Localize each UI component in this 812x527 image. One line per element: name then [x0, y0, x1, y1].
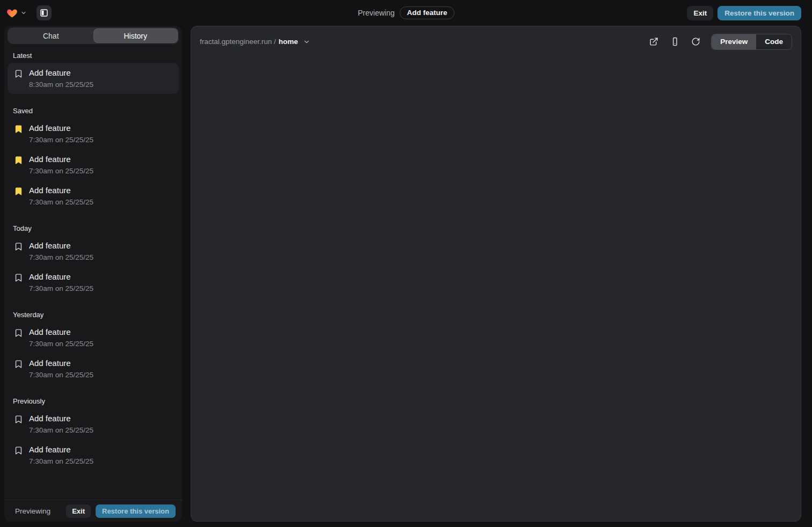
footer-previewing-label: Previewing [15, 507, 50, 515]
history-item[interactable]: Add feature 7:30am on 25/25/25 [8, 118, 179, 149]
history-item-time: 7:30am on 25/25/25 [29, 198, 93, 206]
history-item-title: Add feature [29, 358, 93, 368]
history-item-time: 7:30am on 25/25/25 [29, 340, 93, 348]
bookmark-icon [14, 328, 23, 338]
history-item-time: 7:30am on 25/25/25 [29, 167, 93, 175]
history-item[interactable]: Add feature 7:30am on 25/25/25 [8, 236, 179, 267]
panel-left-icon [40, 9, 48, 17]
section-title: Today [13, 224, 179, 232]
bookmark-filled-icon [14, 187, 23, 196]
refresh-icon [691, 37, 700, 46]
history-item[interactable]: Add feature 8:30am on 25/25/25 [8, 63, 179, 94]
bookmark-icon [14, 273, 23, 282]
history-item[interactable]: Add feature 7:30am on 25/25/25 [8, 149, 179, 180]
history-sidebar: ChatHistory Latest Add feature 8:30am on… [4, 26, 182, 522]
preview-content[interactable] [191, 50, 801, 516]
history-item-time: 8:30am on 25/25/25 [29, 80, 93, 89]
url-domain: fractal.gptengineer.run / [200, 38, 276, 46]
history-item[interactable]: Add feature 7:30am on 25/25/25 [8, 180, 179, 211]
history-item-title: Add feature [29, 272, 93, 282]
bookmark-icon [14, 69, 23, 78]
history-item-time: 7:30am on 25/25/25 [29, 136, 93, 144]
version-badge[interactable]: Add feature [400, 6, 454, 19]
chevron-down-icon[interactable] [20, 10, 27, 16]
preview-code-toggle: PreviewCode [711, 34, 792, 50]
history-section: Latest Add feature 8:30am on 25/25/25 [8, 52, 179, 94]
sidebar-toggle-button[interactable] [37, 5, 52, 20]
history-item[interactable]: Add feature 7:30am on 25/25/25 [8, 353, 179, 384]
history-section: Saved Add feature 7:30am on 25/25/25 Add… [8, 107, 179, 211]
history-item-title: Add feature [29, 241, 93, 251]
bookmark-icon [14, 242, 23, 251]
history-item[interactable]: Add feature 7:30am on 25/25/25 [8, 267, 179, 298]
bookmark-filled-icon [14, 156, 23, 165]
bookmark-icon [14, 415, 23, 424]
bookmark-icon [14, 360, 23, 369]
history-item-title: Add feature [29, 68, 93, 78]
chat-history-tabbar: ChatHistory [8, 27, 179, 44]
history-item-time: 7:30am on 25/25/25 [29, 426, 93, 434]
external-link-icon [649, 37, 658, 46]
tab-chat[interactable]: Chat [9, 28, 93, 43]
history-section: Yesterday Add feature 7:30am on 25/25/25… [8, 311, 179, 384]
tab-history[interactable]: History [93, 28, 178, 43]
history-item-title: Add feature [29, 414, 93, 423]
preview-panel: fractal.gptengineer.run / home PreviewCo… [191, 26, 801, 522]
open-in-new-tab-button[interactable] [649, 37, 658, 46]
sidebar-footer: Previewing Exit Restore this version [4, 500, 182, 522]
history-item-title: Add feature [29, 327, 93, 337]
toggle-code[interactable]: Code [756, 34, 792, 49]
history-item-time: 7:30am on 25/25/25 [29, 371, 93, 379]
section-title: Yesterday [13, 311, 179, 319]
history-item-title: Add feature [29, 123, 93, 133]
topbar: Previewing Add feature Exit Restore this… [0, 0, 812, 26]
history-section: Previously Add feature 7:30am on 25/25/2… [8, 397, 179, 471]
smartphone-icon [670, 37, 679, 46]
history-list[interactable]: Latest Add feature 8:30am on 25/25/25 Sa… [4, 44, 182, 500]
chevron-down-icon [303, 38, 310, 46]
lovable-heart-logo[interactable] [6, 8, 18, 19]
history-item-title: Add feature [29, 445, 93, 455]
bookmark-filled-icon [14, 125, 23, 134]
history-item-title: Add feature [29, 155, 93, 164]
preview-header: fractal.gptengineer.run / home PreviewCo… [191, 26, 801, 50]
restore-version-button[interactable]: Restore this version [717, 6, 801, 20]
section-title: Latest [13, 52, 179, 60]
history-item-time: 7:30am on 25/25/25 [29, 253, 93, 261]
section-title: Saved [13, 107, 179, 115]
section-title: Previously [13, 397, 179, 405]
footer-restore-version-button[interactable]: Restore this version [96, 504, 176, 518]
toggle-preview[interactable]: Preview [712, 34, 756, 49]
history-item-time: 7:30am on 25/25/25 [29, 457, 93, 465]
previewing-status-label: Previewing [358, 9, 394, 17]
history-section: Today Add feature 7:30am on 25/25/25 Add… [8, 224, 179, 298]
refresh-button[interactable] [691, 37, 700, 46]
history-item[interactable]: Add feature 7:30am on 25/25/25 [8, 440, 179, 471]
bookmark-icon [14, 446, 23, 455]
history-item-time: 7:30am on 25/25/25 [29, 284, 93, 292]
history-item[interactable]: Add feature 7:30am on 25/25/25 [8, 322, 179, 353]
url-selector[interactable]: fractal.gptengineer.run / home [200, 38, 310, 46]
history-item-title: Add feature [29, 186, 93, 195]
exit-button[interactable]: Exit [687, 6, 713, 20]
history-item[interactable]: Add feature 7:30am on 25/25/25 [8, 408, 179, 440]
url-page: home [279, 38, 298, 46]
mobile-view-button[interactable] [670, 37, 679, 46]
footer-exit-button[interactable]: Exit [66, 504, 91, 518]
